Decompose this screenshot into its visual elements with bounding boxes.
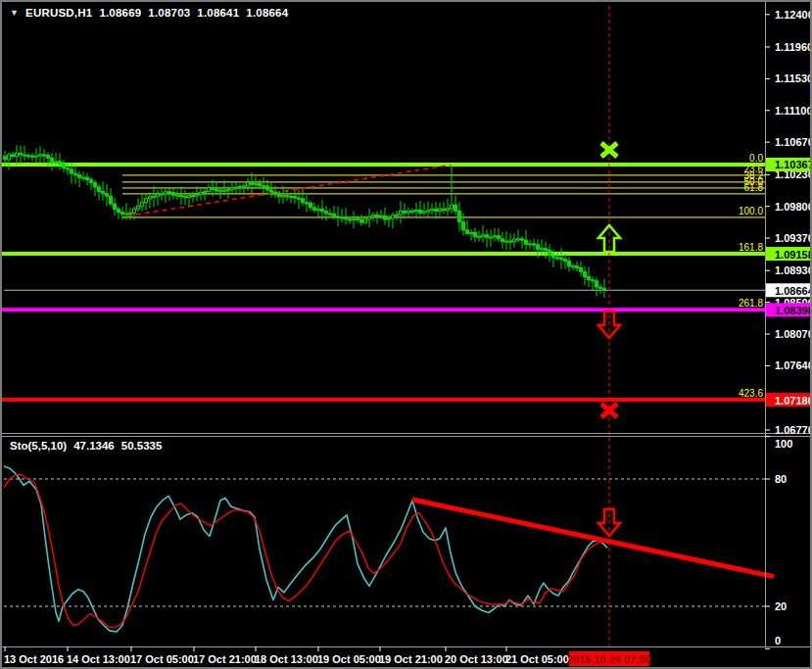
candle-body xyxy=(27,156,30,157)
time-tick-label: 14 Oct 13:00 xyxy=(67,653,130,665)
candle-body xyxy=(31,156,34,157)
price-tick-label: 1.11960 xyxy=(775,41,812,53)
candle-body xyxy=(313,208,316,210)
candle-body xyxy=(588,277,591,280)
candle-body xyxy=(188,196,191,198)
candle-body xyxy=(435,210,438,212)
candle-body xyxy=(110,196,113,204)
sto-tick-label: 20 xyxy=(775,600,787,612)
panel-divider[interactable] xyxy=(2,436,812,437)
sto-value-signal: 50.5335 xyxy=(121,440,163,452)
candle-body xyxy=(517,239,520,240)
candle-body xyxy=(478,236,481,237)
candle-body xyxy=(388,218,391,219)
candle-body xyxy=(592,280,595,281)
candle-body xyxy=(392,215,395,218)
candle-body xyxy=(568,262,571,266)
candle-body xyxy=(454,205,457,211)
candle-body xyxy=(172,193,175,196)
candle-body xyxy=(180,195,183,196)
fib-label-100.0: 100.0 xyxy=(739,206,763,216)
candle-body xyxy=(157,194,160,196)
candle-body xyxy=(462,222,465,230)
candle-body xyxy=(63,164,66,167)
candle-body xyxy=(560,258,563,260)
price-badge-label: 1.08664 xyxy=(775,285,812,297)
candle-body xyxy=(353,218,356,219)
fib-label-0.0: 0.0 xyxy=(749,153,763,164)
candle-body xyxy=(114,204,117,209)
price-badge-label: 1.08398 xyxy=(775,305,812,316)
symbol-dropdown-icon[interactable]: ▼ xyxy=(10,8,19,18)
time-tick-label: 18 Oct 13:00 xyxy=(255,653,318,665)
fib-base-trendline[interactable] xyxy=(127,166,451,216)
time-badge-label: 2016.10.24 07:00 xyxy=(567,653,651,665)
time-scale[interactable]: 13 Oct 201614 Oct 13:0017 Oct 05:0017 Oc… xyxy=(4,646,651,666)
candle-body xyxy=(486,235,489,238)
candle-body xyxy=(168,192,171,193)
candle-body xyxy=(94,182,97,186)
price-plot[interactable]: 0.023.638.250.061.8100.0161.8261.8423.6 xyxy=(2,153,765,400)
candle-body xyxy=(125,214,128,215)
candle-body xyxy=(74,173,77,174)
stochastic-plot[interactable] xyxy=(4,466,774,632)
candle-body xyxy=(235,187,238,188)
chart-objects-layer[interactable] xyxy=(598,6,620,646)
candle-body xyxy=(333,214,336,216)
candle-body xyxy=(521,239,524,240)
candle-body xyxy=(494,236,497,237)
sto-tick-label: 0 xyxy=(775,635,781,646)
candle-body xyxy=(67,168,70,169)
time-tick-label: 19 Oct 05:00 xyxy=(317,653,381,665)
candle-body xyxy=(145,199,148,203)
candle-body xyxy=(86,177,89,179)
sto-main-line xyxy=(4,466,607,632)
price-scale[interactable]: 1.124001.119601.115301.111001.106701.102… xyxy=(765,9,812,649)
candle-body xyxy=(380,215,383,216)
time-tick-label: 17 Oct 05:00 xyxy=(130,653,194,665)
ohlc-open: 1.08669 xyxy=(99,7,141,19)
price-tick-label: 1.08930 xyxy=(775,264,812,276)
candle-body xyxy=(439,209,442,211)
panel-frame xyxy=(2,2,812,647)
candle-body xyxy=(329,214,332,215)
candle-body xyxy=(325,212,328,214)
price-tick-label: 1.12400 xyxy=(775,9,812,21)
candle-body xyxy=(443,209,446,210)
candle-body xyxy=(16,153,19,156)
fib-label-161.8: 161.8 xyxy=(739,242,763,253)
sto-trendline[interactable] xyxy=(412,500,774,577)
candle-body xyxy=(118,209,120,212)
candle-body xyxy=(227,190,230,191)
candle-body xyxy=(349,219,352,220)
sto-tick-label: 100 xyxy=(775,438,792,450)
candle-body xyxy=(208,187,211,191)
candles-layer[interactable] xyxy=(4,145,606,298)
sto-tick-label: 80 xyxy=(775,473,787,485)
candle-body xyxy=(306,203,309,204)
chart-canvas[interactable]: 0.023.638.250.061.8100.0161.8261.8423.61… xyxy=(2,2,812,669)
price-tick-label: 1.08070 xyxy=(775,328,812,340)
candle-body xyxy=(102,191,105,193)
candle-body xyxy=(533,244,536,245)
candle-body xyxy=(141,203,144,207)
candle-body xyxy=(200,192,203,194)
candle-body xyxy=(192,196,195,197)
candle-body xyxy=(282,196,285,197)
candle-body xyxy=(78,175,81,178)
mt4-chart-window: 0.023.638.250.061.8100.0161.8261.8423.61… xyxy=(0,0,812,669)
candle-body xyxy=(360,219,363,222)
candle-body xyxy=(427,211,430,212)
candle-body xyxy=(529,244,532,245)
candle-body xyxy=(24,155,26,156)
time-tick-label: 17 Oct 21:00 xyxy=(193,653,257,665)
candle-body xyxy=(345,217,348,218)
candle-body xyxy=(149,197,152,199)
candle-body xyxy=(98,187,101,192)
candle-body xyxy=(251,182,254,184)
candle-body xyxy=(39,155,42,156)
symbol-timeframe-label: EURUSD,H1 xyxy=(25,7,92,19)
candle-body xyxy=(161,194,164,195)
candle-body xyxy=(215,189,218,191)
candle-body xyxy=(451,205,454,209)
